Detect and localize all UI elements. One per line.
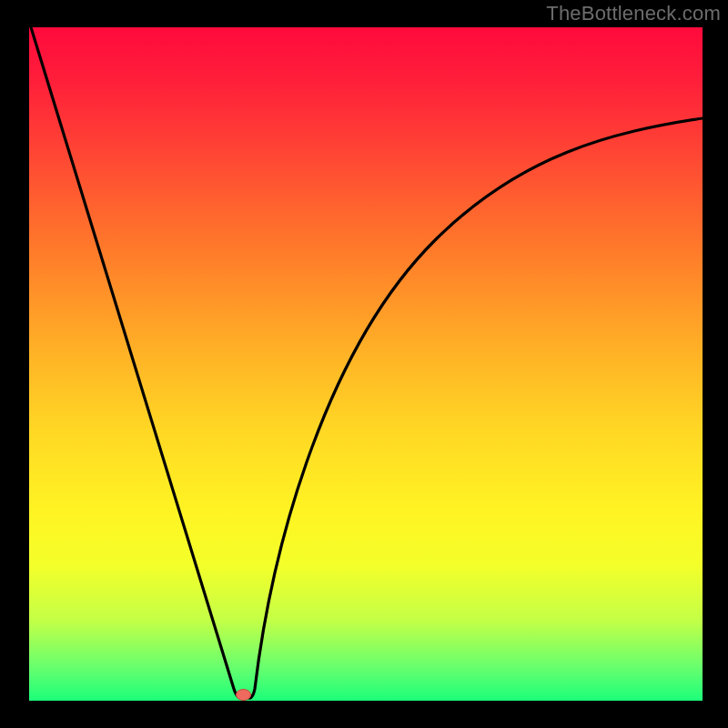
bottleneck-curve <box>29 27 703 701</box>
watermark-text: TheBottleneck.com <box>546 2 721 25</box>
chart-frame: TheBottleneck.com <box>0 0 728 728</box>
curve-left-branch <box>31 27 250 698</box>
curve-right-branch <box>249 118 703 698</box>
optimum-marker <box>236 689 251 701</box>
plot-area <box>29 27 703 701</box>
